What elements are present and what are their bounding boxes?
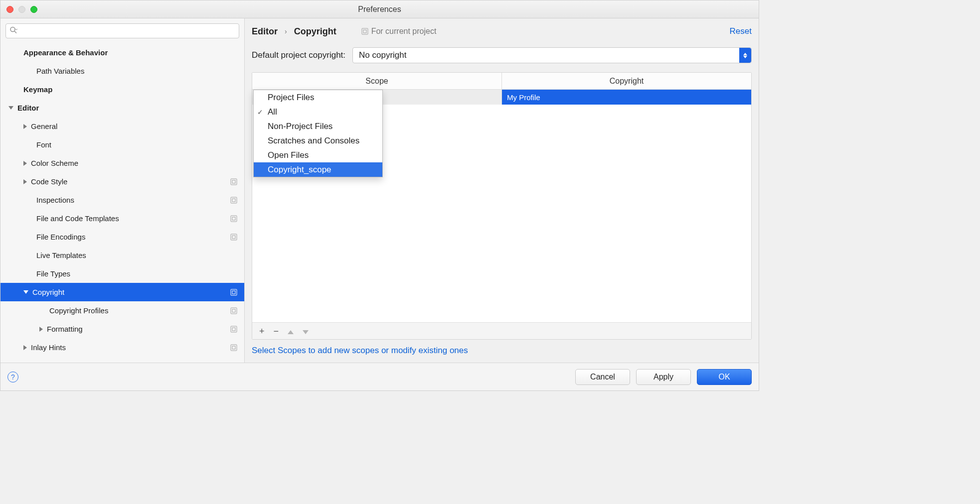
scope-option[interactable]: Copyright_scope <box>254 162 382 177</box>
project-scope-icon <box>229 196 238 205</box>
check-icon: ✓ <box>257 108 263 116</box>
button-label: Cancel <box>590 373 615 381</box>
ok-button[interactable]: OK <box>697 369 752 385</box>
scope-option-label: Non-Project Files <box>268 122 332 131</box>
scope-option[interactable]: Non-Project Files <box>254 119 382 133</box>
sidebar-item-inspections[interactable]: Inspections <box>0 191 244 209</box>
sidebar-item-label: Inspections <box>36 196 74 204</box>
maximize-icon[interactable] <box>30 6 37 13</box>
default-copyright-label: Default project copyright: <box>252 50 345 60</box>
breadcrumb-part[interactable]: Editor <box>252 26 278 37</box>
titlebar: Preferences <box>0 0 759 18</box>
sidebar-item-editor[interactable]: Editor <box>0 99 244 117</box>
move-up-button[interactable] <box>288 327 294 336</box>
select-chevron-icon <box>739 48 751 63</box>
project-scope-icon <box>229 343 238 352</box>
svg-rect-10 <box>231 289 237 295</box>
move-down-button[interactable] <box>303 327 309 336</box>
svg-rect-6 <box>231 216 237 222</box>
sidebar-item-inlay-hints[interactable]: Inlay Hints <box>0 338 244 357</box>
svg-point-0 <box>10 27 15 32</box>
close-icon[interactable] <box>6 6 13 13</box>
sidebar-item-appearance-behavior[interactable]: Appearance & Behavior <box>0 43 244 62</box>
preferences-window: Preferences Appearance & Behavior Path V… <box>0 0 759 391</box>
chevron-right-icon <box>23 124 27 129</box>
column-header-copyright[interactable]: Copyright <box>501 73 751 89</box>
sidebar-item-formatting[interactable]: Formatting <box>0 320 244 338</box>
sidebar-item-file-code-templates[interactable]: File and Code Templates <box>0 209 244 228</box>
svg-rect-17 <box>232 346 235 349</box>
scope-option[interactable]: Project Files <box>254 90 382 105</box>
sidebar-item-copyright-profiles[interactable]: Copyright Profiles <box>0 301 244 320</box>
sidebar-item-label: Color Scheme <box>31 159 78 167</box>
sidebar-item-label: File and Code Templates <box>36 214 119 223</box>
help-button[interactable]: ? <box>7 372 18 382</box>
project-scope-icon <box>229 177 238 186</box>
svg-rect-18 <box>362 28 368 34</box>
chevron-right-icon <box>23 345 27 350</box>
cancel-button[interactable]: Cancel <box>575 369 630 385</box>
triangle-down-icon <box>303 330 309 334</box>
project-scope-icon <box>229 233 238 242</box>
window-title: Preferences <box>358 5 401 14</box>
svg-rect-11 <box>232 291 235 294</box>
svg-rect-15 <box>232 328 235 331</box>
sidebar-item-keymap[interactable]: Keymap <box>0 80 244 99</box>
svg-rect-13 <box>232 309 235 312</box>
sidebar-item-font[interactable]: Font <box>0 135 244 154</box>
sidebar-item-label: Inlay Hints <box>31 343 66 352</box>
sidebar-item-label: File Encodings <box>36 233 85 241</box>
search-icon <box>9 26 17 36</box>
scope-option-label: Copyright_scope <box>268 165 331 175</box>
default-copyright-select[interactable]: No copyright <box>352 47 752 63</box>
sidebar-item-general[interactable]: General <box>0 117 244 135</box>
window-controls <box>6 6 37 13</box>
scope-option[interactable]: Scratches and Consoles <box>254 133 382 148</box>
scope-option[interactable]: Open Files <box>254 148 382 162</box>
sidebar-item-file-types[interactable]: File Types <box>0 264 244 283</box>
scope-option-label: Project Files <box>268 93 315 103</box>
add-button[interactable]: + <box>259 327 265 336</box>
sidebar-item-live-templates[interactable]: Live Templates <box>0 246 244 264</box>
scopes-hint-link[interactable]: Select Scopes to add new scopes or modif… <box>252 346 752 356</box>
default-copyright-value: No copyright <box>359 50 406 60</box>
sidebar-item-label: Path Variables <box>36 67 84 75</box>
svg-rect-8 <box>231 234 237 240</box>
sidebar-item-path-variables[interactable]: Path Variables <box>0 62 244 80</box>
svg-rect-12 <box>231 308 237 314</box>
reset-link[interactable]: Reset <box>730 26 752 36</box>
project-scope-badge: For current project <box>361 27 437 36</box>
table-header: Scope Copyright <box>252 73 751 90</box>
search-input[interactable] <box>5 23 239 38</box>
main-panel: Editor › Copyright For current project R… <box>245 18 759 363</box>
help-icon: ? <box>11 373 15 381</box>
chevron-right-icon <box>23 161 27 166</box>
search-field[interactable] <box>5 23 239 38</box>
sidebar-item-label: Copyright Profiles <box>49 306 108 315</box>
default-copyright-row: Default project copyright: No copyright <box>252 47 752 63</box>
settings-tree: Appearance & Behavior Path Variables Key… <box>0 41 244 363</box>
sidebar-item-color-scheme[interactable]: Color Scheme <box>0 154 244 172</box>
sidebar-item-copyright[interactable]: Copyright <box>0 283 244 301</box>
svg-rect-9 <box>232 236 235 239</box>
sidebar-item-file-encodings[interactable]: File Encodings <box>0 228 244 246</box>
table-toolbar: + − <box>252 322 751 339</box>
button-label: OK <box>718 373 730 381</box>
svg-rect-14 <box>231 326 237 332</box>
svg-rect-4 <box>231 197 237 203</box>
minimize-icon[interactable] <box>18 6 25 13</box>
breadcrumb: Editor › Copyright For current project R… <box>252 23 752 39</box>
column-header-scope[interactable]: Scope <box>252 73 501 89</box>
breadcrumb-part: Copyright <box>294 26 336 37</box>
triangle-up-icon <box>288 330 294 334</box>
remove-button[interactable]: − <box>274 327 279 336</box>
scope-option[interactable]: ✓All <box>254 105 382 119</box>
copyright-cell[interactable]: My Profile <box>501 90 751 105</box>
sidebar-item-label: Formatting <box>47 325 83 333</box>
sidebar-item-code-style[interactable]: Code Style <box>0 172 244 191</box>
project-scope-icon <box>229 288 238 297</box>
apply-button[interactable]: Apply <box>636 369 691 385</box>
sidebar-item-label: Keymap <box>23 85 52 94</box>
scope-dropdown[interactable]: Project Files ✓All Non-Project Files Scr… <box>253 90 383 177</box>
svg-rect-7 <box>232 217 235 220</box>
